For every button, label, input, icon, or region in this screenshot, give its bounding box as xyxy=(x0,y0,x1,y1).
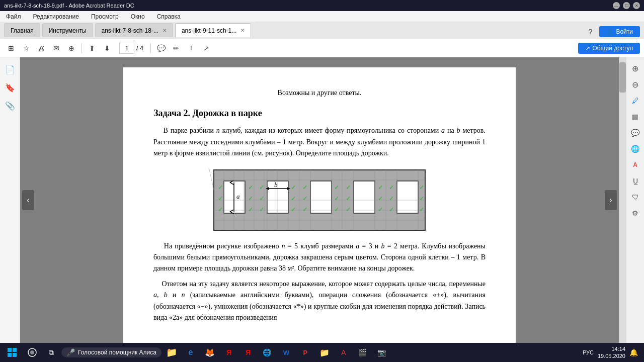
menu-help[interactable]: Справка xyxy=(155,12,183,21)
extra-button[interactable]: 📷 xyxy=(373,344,391,361)
select-icon[interactable]: ▦ xyxy=(628,110,642,124)
task-view-button[interactable]: ⧉ xyxy=(42,344,60,361)
text-btn[interactable]: T xyxy=(184,41,198,55)
back-page-btn[interactable]: ⬆ xyxy=(85,41,99,55)
next-page-arrow[interactable]: › xyxy=(605,190,617,210)
tab-file1-label: ans-iikt-7-8-sch-18-... xyxy=(102,27,158,34)
svg-text:✓: ✓ xyxy=(248,206,253,213)
menu-view[interactable]: Просмотр xyxy=(89,12,121,21)
home-btn[interactable]: ⊞ xyxy=(4,41,18,55)
forward-page-btn[interactable]: ⬇ xyxy=(100,41,114,55)
acrobat-taskbar-button[interactable]: A xyxy=(335,344,353,361)
firefox-button[interactable]: 🦊 xyxy=(201,344,219,361)
sidebar-attachment-icon[interactable]: 📎 xyxy=(2,98,18,114)
minimize-button[interactable]: — xyxy=(613,2,620,9)
email-btn[interactable]: ✉ xyxy=(49,41,63,55)
video-button[interactable]: 🎬 xyxy=(354,344,372,361)
cursor-btn[interactable]: ↗ xyxy=(199,41,213,55)
word-button[interactable]: W xyxy=(277,344,295,361)
scroll-thumb[interactable] xyxy=(619,62,626,93)
signin-button[interactable]: 👤 Войти xyxy=(599,26,640,37)
page-input[interactable]: 1 xyxy=(119,43,134,54)
sidebar-page-icon[interactable]: 📄 xyxy=(2,61,18,77)
voice-label: Голосовой помощник Алиса xyxy=(78,349,156,356)
cortana-icon xyxy=(27,347,37,357)
tab-tools-label: Инструменты xyxy=(49,27,87,34)
highlight-icon[interactable]: A xyxy=(628,158,642,172)
tab-home-label: Главная xyxy=(11,27,34,34)
page-separator: / xyxy=(136,45,138,52)
sidebar-bookmark-icon[interactable]: 🔖 xyxy=(2,79,18,96)
chrome-button[interactable]: 🌐 xyxy=(258,344,276,361)
svg-text:✓: ✓ xyxy=(389,195,394,202)
right-sidebar: ⊕ ⊖ 🖊 ▦ 💬 🌐 A U̲ 🛡 ⚙ xyxy=(626,57,644,343)
svg-text:✓: ✓ xyxy=(389,184,394,191)
tabs-bar: Главная Инструменты ans-iikt-7-8-sch-18-… xyxy=(0,22,644,39)
svg-rect-67 xyxy=(13,353,17,357)
pdf-scrollbar[interactable] xyxy=(619,57,626,343)
svg-text:✓: ✓ xyxy=(302,195,307,202)
notification-icon[interactable]: 🔔 xyxy=(629,348,638,356)
bookmark-btn[interactable]: ☆ xyxy=(19,41,33,55)
mic-icon: 🎤 xyxy=(66,348,75,356)
taskbar-right: РУС 14:14 19.05.2020 🔔 xyxy=(583,345,642,360)
tab-home[interactable]: Главная xyxy=(4,23,40,37)
print-btn[interactable]: 🖨 xyxy=(34,41,48,55)
pen-btn[interactable]: ✏ xyxy=(169,41,183,55)
underline-icon[interactable]: U̲ xyxy=(628,174,642,188)
svg-rect-1 xyxy=(224,181,245,213)
svg-rect-65 xyxy=(13,348,17,352)
folder2-button[interactable]: 📁 xyxy=(315,344,334,361)
shield-icon[interactable]: 🛡 xyxy=(628,190,642,204)
close-button[interactable]: ✕ xyxy=(633,2,640,9)
svg-text:a: a xyxy=(236,193,240,200)
zoom-btn[interactable]: ⊕ xyxy=(64,41,78,55)
svg-point-69 xyxy=(30,350,34,354)
voice-assistant-button[interactable]: 🎤 Голосовой помощник Алиса xyxy=(61,347,162,357)
svg-rect-64 xyxy=(8,348,12,352)
menu-file[interactable]: Файл xyxy=(4,12,23,21)
powerpoint-button[interactable]: P xyxy=(296,344,314,361)
toolbar2-right: ↗ Общий доступ xyxy=(578,43,640,54)
svg-text:✓: ✓ xyxy=(334,206,339,213)
help-button[interactable]: ? xyxy=(583,25,597,39)
signin-label: Войти xyxy=(616,28,633,35)
titlebar: ans-iikt-7-8-sch-18-9.pdf - Adobe Acroba… xyxy=(0,0,644,11)
diagram-svg: ✓ ✓ ✓ ✓ ✓ ✓ ✓ ✓ ✓ ✓ ✓ ✓ ✓ ✓ xyxy=(209,167,430,233)
main-layout: 📄 🔖 📎 ‹ Возможны и другие ответы. Задача… xyxy=(0,57,644,343)
tab-file2[interactable]: ans-iikt-9-11-sch-1... ✕ xyxy=(175,23,251,37)
prev-answer-text: Возможны и другие ответы. xyxy=(153,87,486,99)
menu-window[interactable]: Окно xyxy=(129,12,147,21)
svg-text:✓: ✓ xyxy=(248,195,253,202)
tab-tools[interactable]: Инструменты xyxy=(42,23,93,37)
svg-text:✓: ✓ xyxy=(346,206,351,213)
svg-text:✓: ✓ xyxy=(419,206,424,213)
tab-file1[interactable]: ans-iikt-7-8-sch-18-... ✕ xyxy=(95,23,173,37)
svg-text:✓: ✓ xyxy=(334,195,339,202)
settings-icon[interactable]: ⚙ xyxy=(628,206,642,220)
diagram-container: ✓ ✓ ✓ ✓ ✓ ✓ ✓ ✓ ✓ ✓ ✓ ✓ ✓ ✓ xyxy=(153,167,486,233)
zoom-in-icon[interactable]: ⊕ xyxy=(628,61,642,75)
yandex-button[interactable]: Я xyxy=(220,344,238,361)
maximize-button[interactable]: ☐ xyxy=(623,2,630,9)
comment-right-icon[interactable]: 💬 xyxy=(628,126,642,140)
cortana-button[interactable] xyxy=(23,344,41,361)
translate-icon[interactable]: 🌐 xyxy=(628,142,642,156)
tab-file2-close[interactable]: ✕ xyxy=(240,28,245,33)
prev-page-arrow[interactable]: ‹ xyxy=(22,190,34,210)
edge-button[interactable]: e xyxy=(182,344,200,361)
tools-icon[interactable]: 🖊 xyxy=(628,94,642,108)
comment-btn[interactable]: 💬 xyxy=(154,41,168,55)
svg-rect-3 xyxy=(310,181,332,213)
explorer-button[interactable]: 📁 xyxy=(163,344,181,361)
menu-edit[interactable]: Редактирование xyxy=(31,12,81,21)
start-button[interactable] xyxy=(2,344,22,361)
tab-file1-close[interactable]: ✕ xyxy=(163,28,167,33)
yandex2-button[interactable]: Я xyxy=(239,344,257,361)
titlebar-controls: — ☐ ✕ xyxy=(613,2,640,9)
zoom-out-icon[interactable]: ⊖ xyxy=(628,77,642,92)
share-button[interactable]: ↗ Общий доступ xyxy=(578,43,640,54)
svg-text:✓: ✓ xyxy=(334,184,339,191)
share-icon: ↗ xyxy=(585,45,590,52)
windows-icon xyxy=(7,347,17,357)
